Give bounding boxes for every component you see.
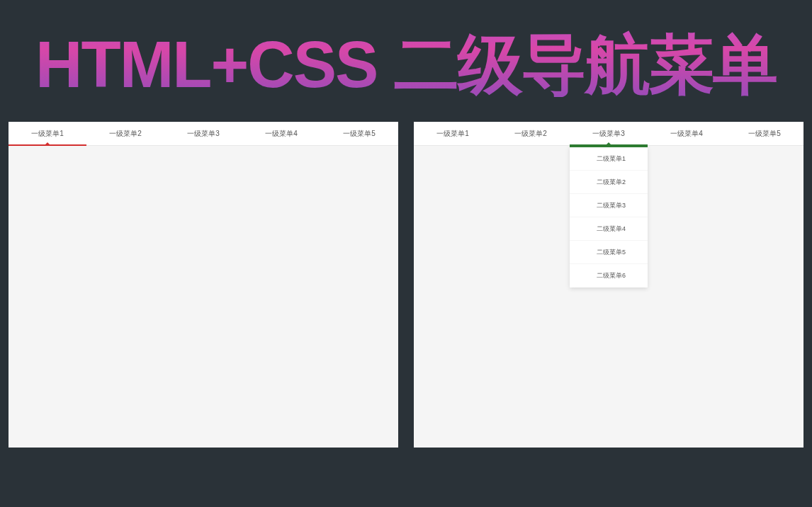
panels-container: 一级菜单1 一级菜单2 一级菜单3 一级菜单4 一级菜单5 一级菜单1 一级菜单…	[0, 122, 812, 448]
nav-item-label: 一级菜单2	[514, 129, 547, 139]
dropdown-item-label: 二级菜单6	[597, 271, 626, 280]
nav-item-label: 一级菜单1	[436, 129, 469, 139]
nav-item-1[interactable]: 一级菜单1	[9, 122, 86, 145]
nav-item-label: 一级菜单5	[748, 129, 781, 139]
nav-item-label: 一级菜单4	[265, 129, 298, 139]
nav-item-4[interactable]: 一级菜单4	[648, 122, 726, 145]
nav-item-3[interactable]: 一级菜单3	[570, 122, 648, 145]
dropdown-item-label: 二级菜单3	[597, 201, 626, 210]
left-panel: 一级菜单1 一级菜单2 一级菜单3 一级菜单4 一级菜单5	[9, 122, 398, 448]
nav-item-4[interactable]: 一级菜单4	[242, 122, 320, 145]
dropdown-item-6[interactable]: 二级菜单6	[570, 264, 648, 287]
dropdown-item-label: 二级菜单1	[597, 154, 626, 164]
nav-item-label: 一级菜单4	[670, 129, 703, 139]
nav-item-5[interactable]: 一级菜单5	[320, 122, 398, 145]
right-panel: 一级菜单1 一级菜单2 一级菜单3 一级菜单4 一级菜单5 二级菜单1 二级菜单…	[414, 122, 803, 448]
nav-item-label: 一级菜单3	[187, 129, 220, 139]
nav-item-1[interactable]: 一级菜单1	[414, 122, 492, 145]
dropdown-item-2[interactable]: 二级菜单2	[570, 171, 648, 194]
nav-item-label: 一级菜单5	[343, 129, 376, 139]
dropdown-item-label: 二级菜单4	[597, 224, 626, 234]
nav-item-label: 一级菜单1	[31, 129, 64, 139]
dropdown-item-label: 二级菜单2	[597, 178, 626, 187]
dropdown-item-label: 二级菜单5	[597, 248, 626, 257]
dropdown-item-4[interactable]: 二级菜单4	[570, 217, 648, 241]
nav-item-2[interactable]: 一级菜单2	[86, 122, 164, 145]
submenu-dropdown: 二级菜单1 二级菜单2 二级菜单3 二级菜单4 二级菜单5 二级菜单6	[570, 146, 648, 287]
dropdown-item-5[interactable]: 二级菜单5	[570, 241, 648, 264]
nav-item-label: 一级菜单3	[592, 129, 625, 139]
nav-item-5[interactable]: 一级菜单5	[726, 122, 803, 145]
right-nav-bar: 一级菜单1 一级菜单2 一级菜单3 一级菜单4 一级菜单5	[414, 122, 803, 146]
nav-item-3[interactable]: 一级菜单3	[164, 122, 242, 145]
left-nav-bar: 一级菜单1 一级菜单2 一级菜单3 一级菜单4 一级菜单5	[9, 122, 398, 146]
nav-item-label: 一级菜单2	[109, 129, 142, 139]
dropdown-item-3[interactable]: 二级菜单3	[570, 194, 648, 217]
nav-item-2[interactable]: 一级菜单2	[492, 122, 570, 145]
dropdown-item-1[interactable]: 二级菜单1	[570, 147, 648, 171]
page-title: HTML+CSS 二级导航菜单	[0, 0, 812, 97]
